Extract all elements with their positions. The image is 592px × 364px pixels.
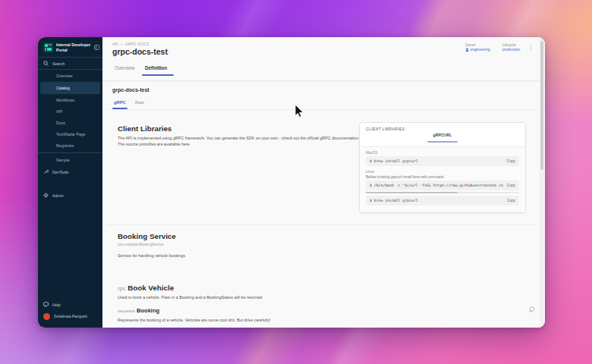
vertical-scrollbar-thumb[interactable] <box>540 41 543 170</box>
sidebar-item-admin[interactable]: Admin <box>38 190 102 201</box>
rpc-name: Book Vehicle <box>128 284 174 292</box>
request-message-name: Booking <box>137 307 159 314</box>
section-title-client-libraries: Client Libraries <box>118 124 172 133</box>
tab-definition[interactable]: Definition <box>145 65 167 71</box>
mouse-cursor <box>294 105 305 118</box>
macos-command: $ brew install grpcurl <box>370 159 503 163</box>
requests-prefix: requests <box>118 309 135 313</box>
panel-tab-underline <box>427 141 458 143</box>
copy-button[interactable]: Copy <box>507 184 515 187</box>
lifecycle-block: Lifecycle production <box>502 43 520 52</box>
section-title-booking-service: Booking Service <box>118 232 176 240</box>
booking-service-description: Service for handling vehicle bookings. <box>118 253 187 259</box>
feedback-bubble-icon[interactable] <box>529 306 535 312</box>
gear-icon <box>43 193 49 198</box>
app-window: Internal Developer Portal Search Overvie… <box>38 37 545 328</box>
subtab-divider <box>107 109 536 110</box>
macos-label: MacOS <box>366 151 519 155</box>
sidebar: Internal Developer Portal Search Overvie… <box>38 37 102 328</box>
more-menu-icon[interactable]: ⋮ <box>527 43 534 50</box>
command-row-macos: $ brew install grpcurl Copy <box>366 156 519 166</box>
linux-note: Bellow invoking grpcurl install brew wit… <box>366 175 519 179</box>
copy-button[interactable]: Copy <box>507 159 515 163</box>
logo-row[interactable]: Internal Developer Portal <box>38 37 102 57</box>
sidebar-pin-icon[interactable] <box>94 45 99 50</box>
favorite-star-icon[interactable]: ☆ <box>165 49 169 55</box>
wrench-icon <box>43 169 49 174</box>
help-icon <box>43 302 49 307</box>
client-libraries-panel: CLIENT LIBRARIES gRPCURL MacOS $ brew in… <box>359 122 526 213</box>
sidebar-bottom: Help Debabrata Panigrahi <box>38 299 102 323</box>
sidebar-divider <box>38 69 102 70</box>
sidebar-item-techradar[interactable]: TechRadar Page <box>40 129 100 140</box>
user-avatar <box>43 313 50 320</box>
vertical-scrollbar[interactable] <box>540 37 544 328</box>
sidebar-search[interactable]: Search <box>38 58 102 69</box>
sidebar-help-label: Help <box>52 303 61 307</box>
rpc-method-title: rpc Book Vehicle <box>118 284 174 292</box>
app-logo-icon <box>43 42 53 52</box>
sidebar-item-overview[interactable]: Overview <box>40 71 100 81</box>
active-tab-underline <box>142 74 174 76</box>
command-row-linux2: $ brew install grpcurl Copy <box>366 196 519 206</box>
request-message-title: requests Booking <box>118 307 159 314</box>
sidebar-item-registries[interactable]: Registries <box>40 140 100 151</box>
sidebar-item-workflows[interactable]: Workflows <box>40 95 100 105</box>
horizontal-scrollbar[interactable] <box>366 192 519 193</box>
linux-label: Linux <box>366 170 519 174</box>
header-divider <box>102 80 545 81</box>
sidebar-user[interactable]: Debabrata Panigrahi <box>38 310 102 323</box>
panel-tab-grpcurl[interactable]: gRPCURL <box>360 133 525 137</box>
sidebar-nav: Overview Catalog Workflows API Docs Tech… <box>38 71 102 201</box>
sidebar-item-devtools[interactable]: DevTools <box>38 166 102 177</box>
client-libraries-description: The API is implemented using gRPC framew… <box>118 135 362 147</box>
copy-button[interactable]: Copy <box>507 199 515 202</box>
app-title: Internal Developer Portal <box>56 42 91 52</box>
card-title: grpc-docs-test <box>112 87 150 93</box>
section-divider <box>107 224 536 225</box>
rpc-method-description: Used to book a vehicle. Pass in a Bookin… <box>118 294 263 300</box>
tab-overview[interactable]: Overview <box>115 65 134 71</box>
linux-command-2: $ brew install grpcurl <box>370 199 503 202</box>
sidebar-admin-label: Admin <box>52 193 64 198</box>
lifecycle-value: production <box>502 47 520 52</box>
owner-block: Owner engineering <box>465 43 490 52</box>
main-area: API — GRPC-DOCS grpc-docs-test ☆ Owner e… <box>102 37 545 328</box>
horizontal-scrollbar-thumb[interactable] <box>366 192 458 193</box>
sidebar-item-api[interactable]: API <box>40 106 100 117</box>
command-row-linux: $ /bin/bash -c "$(curl -fsSL https://raw… <box>366 180 519 190</box>
sidebar-item-help[interactable]: Help <box>38 299 102 310</box>
subtab-raw[interactable]: Raw <box>135 100 144 105</box>
desktop: Internal Developer Portal Search Overvie… <box>0 0 592 364</box>
sidebar-search-label: Search <box>52 61 65 66</box>
rpc-prefix: rpc <box>118 285 125 292</box>
subtab-grpc[interactable]: gRPC <box>114 100 126 105</box>
sidebar-divider <box>38 152 102 153</box>
breadcrumb[interactable]: API — GRPC-DOCS <box>112 42 150 46</box>
owner-link[interactable]: engineering <box>465 47 490 52</box>
sidebar-item-sample[interactable]: Sample <box>40 155 100 165</box>
sidebar-item-catalog[interactable]: Catalog <box>40 82 100 94</box>
search-icon <box>43 61 49 66</box>
booking-service-id: com.example.BookingService <box>118 243 164 246</box>
page-title: grpc-docs-test <box>112 47 168 56</box>
panel-body: MacOS $ brew install grpcurl Copy Linux … <box>360 146 525 212</box>
request-message-description: Represents the booking of a vehicle. Veh… <box>118 317 436 323</box>
sidebar-item-docs[interactable]: Docs <box>40 118 100 128</box>
linux-command: $ /bin/bash -c "$(curl -fsSL https://raw… <box>370 184 503 187</box>
person-icon <box>465 48 469 52</box>
user-name: Debabrata Panigrahi <box>54 315 87 318</box>
